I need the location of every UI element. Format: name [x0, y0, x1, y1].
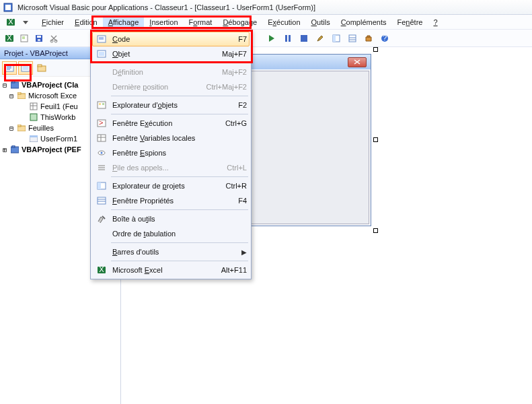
svg-rect-51: [99, 103, 101, 105]
menu-débogage[interactable]: Débogage: [217, 17, 262, 28]
run-icon[interactable]: [265, 32, 278, 44]
toggle-folders-button[interactable]: [34, 61, 49, 75]
design-mode-icon[interactable]: [313, 32, 327, 44]
vbaproject-icon: [10, 145, 20, 154]
dropdown-icon[interactable]: [19, 16, 32, 28]
menu-item-microsoft-excel[interactable]: XMicrosoft ExcelAlt+F11: [92, 263, 250, 277]
svg-rect-36: [289, 35, 291, 42]
view-object-button[interactable]: [18, 61, 33, 75]
svg-rect-22: [12, 81, 15, 83]
sheet-icon: [29, 102, 38, 111]
menu-item-explorateur-de-projets[interactable]: Explorateur de projetsCtrl+R: [92, 178, 250, 193]
locals-icon: [95, 132, 108, 144]
menu-item-fen-tre-propri-t-s[interactable]: Fenêtre PropriétésF4: [92, 193, 250, 208]
menu-separator: [111, 63, 248, 63]
insert-item-icon[interactable]: [17, 32, 31, 44]
menu-item-label: Fenêtre Variables locales: [112, 134, 243, 142]
toolbox-icon[interactable]: [362, 32, 375, 44]
menu-item-label: Fenêtre Espions: [112, 149, 243, 157]
svg-text:X: X: [7, 34, 12, 42]
view-code-button[interactable]: [2, 61, 17, 75]
secondary-toolbar: ?: [265, 30, 391, 47]
folder-open-icon: [17, 123, 26, 133]
proj-explorer-icon: [95, 180, 108, 192]
menu-item-barres-d-outils[interactable]: Barres d'outils▶: [92, 244, 250, 259]
menu-item-label: Microsoft Excel: [112, 266, 217, 274]
project-explorer-icon[interactable]: [330, 32, 343, 44]
svg-rect-25: [30, 103, 37, 110]
menu-item-pile-des-appels-: Pile des appels...Ctrl+L: [92, 160, 250, 175]
menu-item-fen-tre-variables-locales[interactable]: Fenêtre Variables locales: [92, 131, 250, 145]
svg-rect-1: [5, 5, 11, 10]
vbaproject-icon: [10, 80, 20, 90]
menu-exécution[interactable]: Exécution: [262, 17, 305, 28]
menu-item-derni-re-position: Dernière positionCtrl+Maj+F2: [92, 79, 250, 94]
blank-icon: [95, 246, 108, 258]
menu-fenêtre[interactable]: Fenêtre: [392, 17, 428, 28]
menu-item-label: Boîte à outils: [112, 215, 243, 223]
menu-item-label: Code: [112, 35, 234, 43]
excel-icon[interactable]: X: [4, 16, 17, 28]
blank-icon: [95, 228, 108, 240]
menu-item-fen-tre-espions[interactable]: Fenêtre Espions: [92, 145, 250, 160]
save-icon[interactable]: [32, 32, 46, 44]
svg-rect-62: [98, 169, 105, 170]
object-icon: [95, 48, 108, 60]
tree-label: Feuil1 (Feu: [40, 102, 78, 110]
app-icon: [3, 2, 13, 13]
menu-item-d-finition: DéfinitionMaj+F2: [92, 65, 250, 79]
affichage-menu: CodeF7ObjetMaj+F7DéfinitionMaj+F2Dernièr…: [90, 30, 252, 279]
menu-separator: [111, 176, 248, 177]
userform-close-button[interactable]: [348, 57, 367, 67]
menu-item-label: Définition: [112, 68, 218, 76]
toolbox-icon: [95, 213, 108, 225]
menu-item-ordre-de-tabulation[interactable]: Ordre de tabulation: [92, 226, 250, 241]
properties-icon[interactable]: [346, 32, 359, 44]
menu-item-explorateur-d-objets[interactable]: Explorateur d'objetsF2: [92, 98, 250, 112]
menu-format[interactable]: Format: [184, 17, 218, 28]
menu-item-code[interactable]: CodeF7: [92, 32, 250, 46]
userform-icon: [29, 134, 38, 143]
menu-item-shortcut: Maj+F7: [222, 50, 247, 58]
view-excel-icon[interactable]: X: [3, 32, 16, 44]
menu-item-label: Explorateur de projets: [112, 182, 222, 190]
workbook-icon: [29, 112, 38, 122]
obj-explorer-icon: [95, 99, 108, 111]
menu-insertion[interactable]: Insertion: [144, 17, 183, 28]
project-explorer-title: Projet - VBAProject: [4, 49, 68, 57]
svg-rect-65: [98, 197, 106, 204]
menu-item-fen-tre-ex-cution[interactable]: >Fenêtre ExécutionCtrl+G: [92, 116, 250, 131]
help-icon[interactable]: ?: [378, 32, 391, 44]
menu-item-shortcut: Ctrl+R: [226, 182, 247, 190]
submenu-arrow-icon: ▶: [241, 248, 247, 256]
menu-affichage[interactable]: Affichage: [103, 17, 145, 28]
svg-rect-7: [22, 36, 25, 39]
menu-item-objet[interactable]: ObjetMaj+F7: [92, 46, 250, 61]
menu-edition[interactable]: Edition: [69, 17, 103, 28]
svg-text:X: X: [99, 265, 104, 273]
menu-item-shortcut: Ctrl+G: [225, 119, 247, 127]
menu-item-shortcut: F4: [238, 197, 247, 205]
svg-rect-60: [98, 165, 105, 166]
svg-rect-35: [285, 35, 287, 42]
tree-label: VBAProject (PEF: [22, 145, 81, 154]
svg-rect-20: [38, 65, 42, 67]
tree-label: UserForm1: [40, 135, 77, 143]
main-area: Projet - VBAProject ⊟ VBAProject (Cla: [0, 47, 532, 404]
menu-compléments[interactable]: Compléments: [336, 17, 392, 28]
stop-icon[interactable]: [297, 32, 311, 44]
svg-rect-39: [333, 35, 336, 42]
menu-item-bo-te-outils[interactable]: Boîte à outils: [92, 211, 250, 226]
menu-separator: [111, 96, 248, 96]
menu-item-shortcut: F7: [238, 35, 247, 43]
svg-rect-28: [30, 114, 37, 121]
cut-icon[interactable]: [47, 32, 61, 44]
menu-item-shortcut: Ctrl+Maj+F2: [206, 83, 247, 91]
tree-label: VBAProject (Cla: [22, 81, 78, 89]
menu-?[interactable]: ?: [428, 17, 443, 28]
svg-rect-32: [30, 135, 38, 137]
pause-icon[interactable]: [281, 32, 295, 44]
menu-fichier[interactable]: Fichier: [36, 17, 69, 28]
menu-separator: [111, 114, 248, 114]
menu-outils[interactable]: Outils: [306, 17, 336, 28]
